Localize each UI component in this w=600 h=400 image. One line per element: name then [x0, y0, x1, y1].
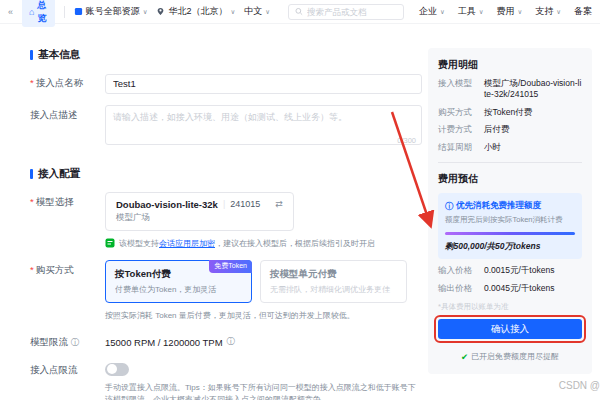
csdn-watermark: CSDN @ — [559, 380, 600, 391]
free-quota-line2: 额度用完后则按实际Token消耗计费 — [445, 215, 575, 225]
model-encryption-note: 该模型支持会话应用层加密，建议在接入模型后，根据后续指引及时开启 — [105, 238, 422, 249]
language-selector[interactable]: 中文 ∨ — [244, 5, 270, 18]
required-mark: * — [30, 77, 34, 88]
menu-icp[interactable]: 备案 — [574, 5, 592, 18]
menu-enterprise[interactable]: 企业∨ — [419, 5, 445, 18]
chevron-down-icon: ∨ — [517, 8, 522, 16]
search-input[interactable] — [307, 7, 397, 17]
confirm-access-button[interactable]: 确认接入 — [438, 319, 582, 339]
home-icon: ⌂ — [29, 7, 34, 17]
detail-row-purchase: 购买方式 按Token付费 — [438, 107, 582, 118]
secure-doc-icon — [105, 238, 115, 248]
note-text: 该模型支持会话应用层加密，建议在接入模型后，根据后续指引及时开启 — [119, 238, 375, 249]
console-page: « ⌂ 总览 账号全部资源 ∨ 华北2（北京） ∨ 中文 ∨ 企业∨ 工具∨ 费… — [0, 0, 600, 400]
fee-estimate-title: 费用预估 — [438, 172, 582, 186]
info-icon: ⓘ — [445, 201, 453, 212]
model-name: Doubao-vision-lite-32k — [116, 199, 218, 210]
info-icon[interactable]: ⓘ — [227, 336, 236, 348]
resource-cube-icon — [74, 7, 83, 16]
model-ratelimit-row: 模型限流 ⓘ 15000 RPM / 1200000 TPMⓘ — [30, 332, 422, 349]
purchase-cards: 免费Token 按Token付费 付费单位为Token，更加灵活 按模型单元付费… — [105, 260, 422, 303]
chevron-down-icon: ∨ — [556, 8, 561, 16]
chevron-down-icon: ∨ — [265, 8, 270, 16]
desc-label: 接入点描述 — [30, 105, 105, 149]
endpoint-ratelimit-label: 接入点限流 — [30, 360, 105, 400]
card-subtitle: 付费单位为Token，更加灵活 — [115, 284, 242, 295]
free-quota-line1: 优先消耗免费推理额度 — [456, 200, 541, 212]
detail-row-billing: 计费方式 后付费 — [438, 124, 582, 135]
fee-summary-panel: 费用明细 接入模型 模型广场/Doubao-vision-lite-32k/24… — [428, 48, 592, 374]
fee-detail-title: 费用明细 — [438, 58, 582, 72]
endpoint-ratelimit-toggle[interactable] — [105, 363, 129, 376]
search-icon — [295, 7, 303, 16]
endpoint-desc-textarea[interactable] — [105, 105, 422, 145]
endpoint-create-form: 基本信息 *接入点名称 接入点描述 0/300 接入配置 *模型选择 Douba… — [30, 48, 422, 400]
purchase-label: *购买方式 — [30, 260, 105, 321]
section-bar — [30, 169, 33, 179]
model-source: 模型广场 — [116, 212, 283, 224]
region-selector[interactable]: 华北2（北京） ∨ — [156, 5, 235, 18]
quota-progress-bar — [445, 232, 575, 235]
region-selector-label: 华北2（北京） — [168, 5, 227, 18]
free-quota-box: ⓘ 优先消耗免费推理额度 额度用完后则按实际Token消耗计费 剩500,000… — [438, 193, 582, 259]
section-bar — [30, 50, 33, 60]
purchase-row: *购买方式 免费Token 按Token付费 付费单位为Token，更加灵活 按… — [30, 260, 422, 321]
purchase-note: 按照实际消耗 Token 量后付费，更加灵活，但可达到的并发上限较低。 — [105, 310, 422, 321]
language-selector-label: 中文 — [244, 5, 262, 18]
topbar: « ⌂ 总览 账号全部资源 ∨ 华北2（北京） ∨ 中文 ∨ 企业∨ 工具∨ 费… — [0, 0, 600, 24]
free-token-badge: 免费Token — [209, 260, 252, 273]
section-basic-info: 基本信息 — [30, 48, 422, 62]
detail-row-model: 接入模型 模型广场/Doubao-vision-lite-32k/241015 — [438, 78, 582, 101]
menu-support[interactable]: 支持∨ — [535, 5, 561, 18]
endpoint-name-input[interactable] — [105, 74, 422, 94]
model-select-row: *模型选择 Doubao-vision-lite-32k | 241015 ⇄ … — [30, 192, 422, 249]
check-circle-icon: ✔ — [461, 352, 468, 362]
annotation-highlight-box: 确认接入 — [434, 315, 586, 343]
pay-per-unit-card[interactable]: 按模型单元付费 无需排队，对精细化调优业务更佳 — [260, 260, 407, 303]
endpoint-ratelimit-tip: 手动设置接入点限流。Tips：如果账号下所有访问同一模型的接入点限流之和低于账号… — [105, 382, 422, 400]
sidebar-collapse-icon[interactable]: « — [8, 7, 13, 17]
char-counter: 0/300 — [397, 136, 416, 145]
tab-overview[interactable]: ⌂ 总览 — [22, 0, 55, 27]
selected-model-card[interactable]: Doubao-vision-lite-32k | 241015 ⇄ 模型广场 — [105, 192, 294, 231]
input-price-row: 输入价格 0.0015元/千tokens — [438, 265, 582, 276]
name-label: *接入点名称 — [30, 73, 105, 94]
name-row: *接入点名称 — [30, 73, 422, 94]
model-ratelimit-value: 15000 RPM / 1200000 TPMⓘ — [105, 332, 422, 349]
quota-remaining: 剩500,000/共50万tokens — [445, 241, 575, 253]
desc-row: 接入点描述 0/300 — [30, 105, 422, 149]
location-pin-icon — [156, 7, 165, 16]
required-mark: * — [30, 264, 34, 275]
detail-row-cycle: 结算周期 小时 — [438, 142, 582, 153]
endpoint-ratelimit-row: 接入点限流 手动设置接入点限流。Tips：如果账号下所有访问同一模型的接入点限流… — [30, 360, 422, 400]
divider — [438, 162, 582, 163]
global-search-box[interactable] — [288, 4, 404, 20]
fee-note: *具体费用以账单为准 — [438, 302, 582, 312]
chevron-down-icon: ∨ — [230, 8, 235, 16]
switch-model-icon[interactable]: ⇄ — [275, 199, 283, 209]
required-mark: * — [30, 196, 34, 207]
model-version: 241015 — [230, 199, 260, 209]
menu-tools[interactable]: 工具∨ — [458, 5, 484, 18]
output-price-row: 输出价格 0.0045元/千tokens — [438, 283, 582, 294]
chevron-down-icon: ∨ — [479, 8, 484, 16]
chevron-down-icon: ∨ — [440, 8, 445, 16]
chevron-down-icon: ∨ — [143, 8, 148, 16]
model-select-label: *模型选择 — [30, 192, 105, 249]
divider: | — [223, 199, 225, 209]
monitor-note: ✔ 已开启免费额度用尽提醒 — [438, 351, 582, 362]
info-icon[interactable]: ⓘ — [71, 337, 80, 347]
section-access-config: 接入配置 — [30, 167, 422, 181]
card-subtitle: 无需排队，对精细化调优业务更佳 — [270, 284, 397, 295]
resource-selector-label: 账号全部资源 — [86, 5, 140, 18]
card-title: 按模型单元付费 — [270, 268, 397, 281]
resource-selector[interactable]: 账号全部资源 ∨ — [74, 5, 148, 18]
pay-per-token-card[interactable]: 免费Token 按Token付费 付费单位为Token，更加灵活 — [105, 260, 252, 303]
encryption-link[interactable]: 会话应用层加密 — [159, 239, 215, 248]
tab-overview-label: 总览 — [37, 0, 47, 25]
topbar-menus: 企业∨ 工具∨ 费用∨ 支持∨ 备案 — [419, 5, 592, 18]
menu-billing[interactable]: 费用∨ — [496, 5, 522, 18]
model-ratelimit-label: 模型限流 ⓘ — [30, 332, 105, 349]
divider — [64, 6, 65, 18]
